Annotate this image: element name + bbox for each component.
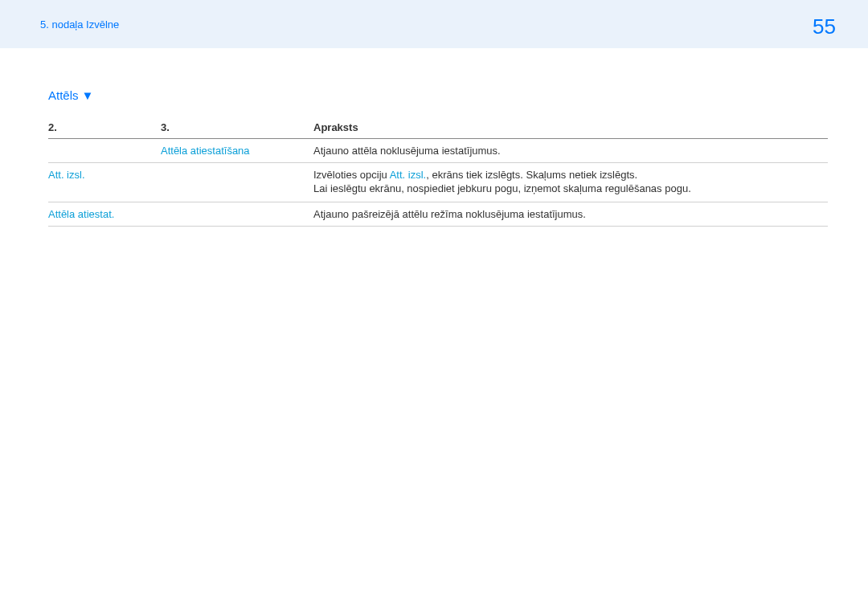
cell-desc: Izvēloties opciju Att. izsl., ekrāns tie…: [313, 163, 828, 202]
triangle-down-icon: ▼: [82, 88, 94, 102]
table-header-row: 2. 3. Apraksts: [48, 116, 828, 139]
cell-col2: [48, 139, 161, 163]
section-title-text: Attēls: [48, 88, 79, 102]
cell-desc: Atjauno attēla noklusējuma iestatījumus.: [313, 139, 828, 163]
col-header-3: 3.: [161, 116, 313, 139]
page-number: 55: [813, 14, 836, 39]
desc-line: Izvēloties opciju Att. izsl., ekrāns tie…: [313, 169, 823, 181]
section-title[interactable]: Attēls ▼: [48, 88, 828, 102]
desc-prefix: Izvēloties opciju: [313, 169, 390, 181]
table-row: Attēla atiestatīšana Atjauno attēla nokl…: [48, 139, 828, 163]
cell-desc: Atjauno pašreizējā attēlu režīma noklusē…: [313, 202, 828, 227]
breadcrumb[interactable]: 5. nodaļa Izvēlne: [40, 18, 119, 31]
table-row: Att. izsl. Izvēloties opciju Att. izsl.,…: [48, 163, 828, 202]
cell-col2: Attēla atiestat.: [48, 202, 161, 227]
cell-col3: [161, 202, 313, 227]
cell-col3: [161, 163, 313, 202]
cell-col2: Att. izsl.: [48, 163, 161, 202]
cell-col3: Attēla atiestatīšana: [161, 139, 313, 163]
header-bar: 5. nodaļa Izvēlne 55: [0, 0, 868, 48]
table-row: Attēla atiestat. Atjauno pašreizējā attē…: [48, 202, 828, 227]
desc-line2: Lai ieslēgtu ekrānu, nospiediet jebkuru …: [313, 182, 823, 194]
desc-suffix: , ekrāns tiek izslēgts. Skaļums netiek i…: [426, 169, 637, 181]
settings-table: 2. 3. Apraksts Attēla atiestatīšana Atja…: [48, 116, 828, 227]
col-header-2: 2.: [48, 116, 161, 139]
col-header-desc: Apraksts: [313, 116, 828, 139]
desc-inline-option: Att. izsl.: [390, 169, 427, 181]
content-area: Attēls ▼ 2. 3. Apraksts Attēla atiestatī…: [0, 48, 868, 227]
